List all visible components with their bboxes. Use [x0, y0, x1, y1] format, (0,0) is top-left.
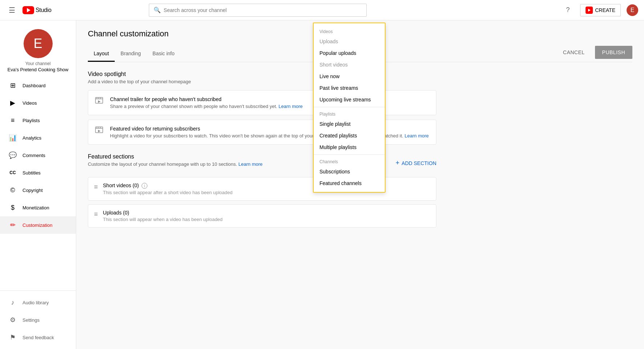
uploads-title: Uploads (0) — [103, 210, 223, 216]
create-label: CREATE — [595, 7, 615, 13]
cancel-button[interactable]: CANCEL — [557, 47, 591, 58]
trailer-card-title: Channel trailer for people who haven't s… — [110, 96, 303, 102]
tab-layout[interactable]: Layout — [88, 46, 115, 62]
short-videos-title: Short videos (0) i — [103, 182, 233, 189]
drag-handle-short-videos[interactable]: ≡ — [94, 182, 98, 191]
sidebar-label-dashboard: Dashboard — [23, 83, 46, 88]
dropdown-item-uploads: Uploads — [314, 36, 385, 47]
search-input[interactable] — [164, 7, 362, 13]
sidebar: E Your channel Eva's Pretend Cooking Sho… — [0, 20, 76, 349]
featured-video-card-icon — [94, 126, 104, 133]
sidebar-label-customization: Customization — [23, 222, 52, 228]
videos-icon: ▶ — [9, 99, 17, 107]
hamburger-menu[interactable]: ☰ — [6, 3, 18, 17]
sidebar-item-send-feedback[interactable]: ⚑ Send feedback — [0, 329, 76, 346]
sidebar-label-videos: Videos — [23, 100, 37, 106]
copyright-icon: © — [9, 186, 17, 194]
featured-sections-learn-more[interactable]: Learn more — [239, 161, 262, 167]
sidebar-item-subtitles[interactable]: CC Subtitles — [0, 164, 76, 181]
sidebar-label-settings: Settings — [23, 317, 40, 323]
settings-icon: ⚙ — [9, 316, 17, 324]
sidebar-label-audio-library: Audio library — [23, 300, 49, 305]
svg-rect-0 — [95, 97, 103, 103]
tab-actions: CANCEL PUBLISH — [557, 46, 632, 62]
youtube-icon — [23, 6, 34, 14]
dropdown-item-single-playlist[interactable]: Single playlist — [314, 118, 385, 130]
search-bar[interactable]: 🔍 — [149, 4, 367, 17]
channel-name: Eva's Pretend Cooking Show — [8, 67, 69, 72]
sidebar-item-settings[interactable]: ⚙ Settings — [0, 311, 76, 329]
dropdown-item-upcoming-live-streams[interactable]: Upcoming live streams — [314, 94, 385, 105]
dropdown-divider-2 — [314, 155, 385, 155]
youtube-studio-logo: Studio — [23, 6, 52, 14]
short-videos-desc: This section will appear after a short v… — [103, 190, 233, 195]
short-videos-content: Short videos (0) i This section will app… — [103, 182, 233, 195]
topnav-left: ☰ Studio — [6, 3, 52, 17]
add-section-button[interactable]: + ADD SECTION — [396, 159, 436, 167]
sidebar-item-analytics[interactable]: 📊 Analytics — [0, 129, 76, 147]
sidebar-item-audio-library[interactable]: ♪ Audio library — [0, 294, 76, 311]
tab-basic-info[interactable]: Basic info — [147, 46, 180, 62]
search-icon: 🔍 — [154, 7, 161, 13]
sidebar-label-comments: Comments — [23, 153, 45, 158]
trailer-card-content: Channel trailer for people who haven't s… — [110, 96, 303, 109]
sidebar-label-subtitles: Subtitles — [23, 170, 41, 176]
sidebar-label-playlists: Playlists — [23, 118, 40, 123]
dropdown-item-popular-uploads[interactable]: Popular uploads — [314, 47, 385, 59]
sidebar-label-analytics: Analytics — [23, 135, 41, 141]
trailer-card-desc: Share a preview of your channel shown wi… — [110, 104, 303, 109]
featured-sections-title: Featured sections — [88, 153, 262, 160]
playlists-icon: ≡ — [9, 117, 17, 124]
dropdown-item-multiple-playlists[interactable]: Multiple playlists — [314, 141, 385, 153]
sidebar-item-copyright[interactable]: © Copyright — [0, 181, 76, 199]
svg-marker-5 — [98, 100, 101, 103]
sidebar-bottom: ♪ Audio library ⚙ Settings ⚑ Send feedba… — [0, 290, 76, 349]
dropdown-item-short-videos: Short videos — [314, 59, 385, 71]
sidebar-item-playlists[interactable]: ≡ Playlists — [0, 112, 76, 129]
user-avatar[interactable]: E — [627, 4, 638, 16]
sidebar-label-copyright: Copyright — [23, 188, 43, 193]
sidebar-item-monetization[interactable]: $ Monetization — [0, 199, 76, 216]
channel-avatar: E — [24, 29, 53, 58]
trailer-learn-more[interactable]: Learn more — [278, 104, 302, 109]
create-icon — [586, 7, 593, 14]
drag-handle-uploads[interactable]: ≡ — [94, 210, 98, 218]
tabs: Layout Branding Basic info — [88, 46, 180, 61]
create-button[interactable]: CREATE — [580, 4, 621, 16]
channel-label: Your channel — [25, 61, 51, 66]
dashboard-icon: ⊞ — [9, 81, 17, 89]
subtitles-icon: CC — [9, 170, 17, 175]
section-type-dropdown: Videos Uploads Popular uploads Short vid… — [313, 23, 386, 193]
sidebar-item-videos[interactable]: ▶ Videos — [0, 94, 76, 112]
help-button[interactable]: ? — [561, 4, 574, 17]
audio-library-icon: ♪ — [9, 299, 17, 306]
sidebar-item-comments[interactable]: 💬 Comments — [0, 147, 76, 164]
analytics-icon: 📊 — [9, 134, 17, 142]
dropdown-item-subscriptions[interactable]: Subscriptions — [314, 166, 385, 177]
dropdown-group-channels-label: Channels — [314, 156, 385, 166]
publish-button[interactable]: PUBLISH — [595, 46, 632, 59]
svg-marker-11 — [98, 130, 101, 132]
dropdown-item-created-playlists[interactable]: Created playlists — [314, 130, 385, 141]
dropdown-divider-1 — [314, 107, 385, 107]
sidebar-item-customization[interactable]: ✏ Customization — [0, 216, 76, 234]
svg-rect-6 — [95, 127, 103, 133]
uploads-desc: This section will appear when a video ha… — [103, 217, 223, 222]
add-section-plus-icon: + — [396, 159, 400, 167]
sidebar-label-send-feedback: Send feedback — [23, 335, 54, 340]
sidebar-label-monetization: Monetization — [23, 205, 49, 210]
topnav: ☰ Studio 🔍 ? CREATE E — [0, 0, 644, 20]
tab-branding[interactable]: Branding — [115, 46, 147, 62]
short-videos-info-icon[interactable]: i — [142, 183, 147, 189]
dropdown-group-videos-label: Videos — [314, 26, 385, 36]
send-feedback-icon: ⚑ — [9, 333, 17, 341]
comments-icon: 💬 — [9, 151, 17, 159]
dropdown-item-past-live-streams[interactable]: Past live streams — [314, 82, 385, 94]
sidebar-nav: ⊞ Dashboard ▶ Videos ≡ Playlists 📊 Analy… — [0, 77, 76, 290]
monetization-icon: $ — [9, 204, 17, 212]
dropdown-item-featured-channels[interactable]: Featured channels — [314, 177, 385, 189]
sidebar-item-dashboard[interactable]: ⊞ Dashboard — [0, 77, 76, 94]
featured-video-learn-more[interactable]: Learn more — [405, 133, 429, 139]
featured-sections-subtitle: Customize the layout of your channel hom… — [88, 161, 262, 167]
dropdown-item-live-now[interactable]: Live now — [314, 71, 385, 82]
